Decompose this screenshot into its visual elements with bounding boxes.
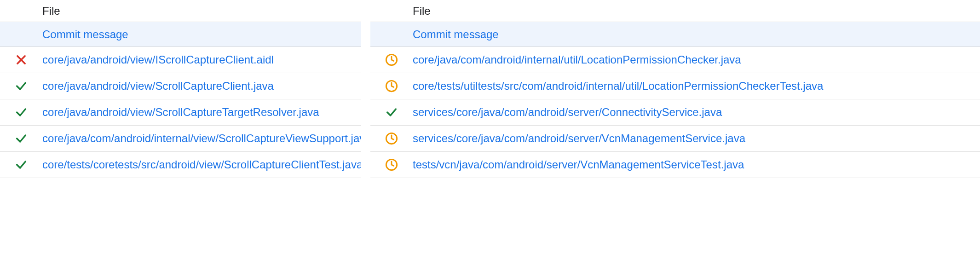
file-column-header: File (42, 5, 361, 17)
file-row[interactable]: core/java/android/view/IScrollCaptureCli… (0, 47, 361, 73)
check-icon (15, 80, 28, 92)
clock-icon (385, 80, 398, 92)
table-header-row: File (370, 0, 980, 22)
file-row[interactable]: core/java/android/view/ScrollCaptureClie… (0, 73, 361, 99)
file-path-link[interactable]: core/java/com/android/internal/util/Loca… (413, 53, 741, 66)
file-path-link[interactable]: core/java/android/view/IScrollCaptureCli… (42, 53, 274, 66)
clock-icon (385, 53, 398, 66)
file-list-panel-left: File Commit message core/java/android/vi… (0, 0, 361, 254)
file-row[interactable]: core/tests/utiltests/src/com/android/int… (370, 73, 980, 99)
file-row[interactable]: core/tests/coretests/src/android/view/Sc… (0, 152, 361, 178)
commit-message-link[interactable]: Commit message (413, 28, 499, 40)
status-cell (370, 53, 413, 66)
file-path-link[interactable]: core/java/android/view/ScrollCaptureTarg… (42, 106, 319, 118)
file-row[interactable]: core/java/com/android/internal/view/Scro… (0, 126, 361, 152)
file-row[interactable]: core/java/com/android/internal/util/Loca… (370, 47, 980, 73)
status-cell (0, 53, 42, 66)
check-icon (385, 106, 398, 119)
status-cell (0, 132, 42, 145)
panel-gap (361, 0, 370, 254)
file-path-link[interactable]: core/java/com/android/internal/view/Scro… (42, 132, 361, 144)
commit-message-row[interactable]: Commit message (0, 22, 361, 47)
status-cell (370, 132, 413, 145)
check-icon (15, 132, 28, 145)
commit-message-row[interactable]: Commit message (370, 22, 980, 47)
table-header-row: File (0, 0, 361, 22)
clock-icon (385, 158, 398, 171)
status-cell (0, 80, 42, 92)
file-path-link[interactable]: core/java/android/view/ScrollCaptureClie… (42, 80, 274, 92)
file-row[interactable]: services/core/java/com/android/server/Vc… (370, 126, 980, 152)
status-cell (370, 158, 413, 171)
check-icon (15, 158, 28, 171)
file-path-link[interactable]: core/tests/coretests/src/android/view/Sc… (42, 158, 361, 171)
file-path-link[interactable]: services/core/java/com/android/server/Co… (413, 106, 722, 118)
clock-icon (385, 132, 398, 145)
file-path-link[interactable]: services/core/java/com/android/server/Vc… (413, 132, 745, 144)
file-path-link[interactable]: core/tests/utiltests/src/com/android/int… (413, 80, 823, 92)
file-row[interactable]: services/core/java/com/android/server/Co… (370, 99, 980, 126)
check-icon (15, 106, 28, 119)
status-cell (0, 106, 42, 119)
status-cell (370, 80, 413, 92)
file-row[interactable]: tests/vcn/java/com/android/server/VcnMan… (370, 152, 980, 178)
status-cell (0, 158, 42, 171)
commit-message-link[interactable]: Commit message (42, 28, 128, 40)
file-column-header: File (413, 5, 980, 17)
file-row[interactable]: core/java/android/view/ScrollCaptureTarg… (0, 99, 361, 126)
file-path-link[interactable]: tests/vcn/java/com/android/server/VcnMan… (413, 158, 744, 171)
file-list-panel-right: File Commit message core/java/com/androi… (370, 0, 980, 254)
status-cell (370, 106, 413, 119)
x-icon (15, 53, 28, 66)
